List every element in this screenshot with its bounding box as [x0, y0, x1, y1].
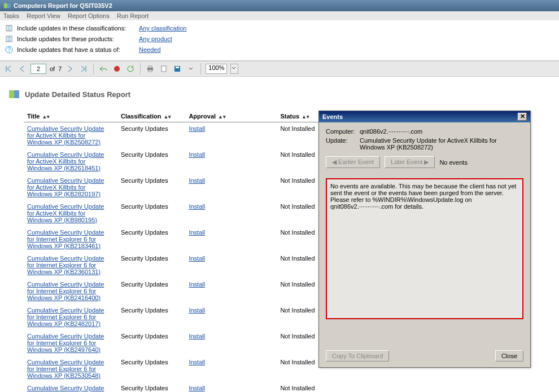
- update-title-link[interactable]: Cumulative Security Update for ActiveX K…: [27, 177, 112, 197]
- prev-page-button[interactable]: [17, 64, 27, 74]
- col-status[interactable]: Status▲▾: [277, 111, 323, 122]
- update-title-link[interactable]: Cumulative Security Update for ActiveX K…: [27, 125, 112, 146]
- next-page-button[interactable]: [65, 64, 75, 74]
- report-table: Title▲▾ Classification▲▾ Approval▲▾ Stat…: [24, 111, 323, 392]
- cell-status: Not Installed: [277, 356, 323, 382]
- svg-rect-13: [9, 90, 14, 98]
- filter-icon: [5, 34, 14, 43]
- menu-tasks[interactable]: Tasks: [3, 12, 19, 19]
- col-classification[interactable]: Classification▲▾: [117, 111, 185, 122]
- zoom-dropdown-button[interactable]: [230, 64, 238, 74]
- dialog-close-x[interactable]: ✕: [518, 113, 527, 121]
- approval-link[interactable]: Install: [189, 125, 273, 132]
- approval-link[interactable]: Install: [189, 281, 273, 288]
- save-dropdown-button[interactable]: [186, 64, 196, 74]
- update-title-link[interactable]: Cumulative Security Update for Internet …: [27, 359, 112, 379]
- cell-classification: Security Updates: [117, 330, 185, 356]
- report-nav-toolbar: of 7 100%: [0, 61, 559, 77]
- approval-link[interactable]: Install: [189, 177, 273, 184]
- filter-classifications-link[interactable]: Any classification: [139, 25, 186, 32]
- update-label: Update:: [326, 137, 360, 151]
- events-dialog: Events ✕ Computer:qnit086v2.············…: [318, 111, 531, 368]
- menu-run-report[interactable]: Run Report: [117, 12, 149, 19]
- update-title-link[interactable]: Cumulative Security Update for Internet …: [27, 385, 112, 392]
- cell-status: Not Installed: [277, 278, 323, 304]
- update-title-link[interactable]: Cumulative Security Update for ActiveX K…: [27, 151, 112, 171]
- zoom-value[interactable]: 100%: [206, 64, 227, 74]
- window-titlebar: Computers Report for QSIT035V2: [0, 0, 559, 11]
- of-label: of: [50, 65, 55, 72]
- filter-products-label: Include updates for these products:: [17, 36, 136, 42]
- dialog-title: Events: [322, 113, 343, 120]
- report-icon: [8, 88, 20, 100]
- approval-link[interactable]: Install: [189, 359, 273, 365]
- svg-point-6: [114, 66, 120, 72]
- approval-link[interactable]: Install: [189, 385, 273, 391]
- page-setup-button[interactable]: [159, 64, 169, 74]
- cell-status: Not Installed: [277, 200, 323, 226]
- update-title-link[interactable]: Cumulative Security Update for Internet …: [27, 307, 112, 327]
- filter-classifications-label: Include updates in these classifications…: [17, 25, 136, 32]
- last-page-button[interactable]: [78, 64, 89, 74]
- filter-status-label: Include updates that have a status of:: [17, 46, 136, 53]
- cell-classification: Security Updates: [117, 252, 185, 278]
- print-button[interactable]: [145, 64, 155, 74]
- svg-rect-10: [161, 66, 166, 72]
- stop-button[interactable]: [112, 64, 122, 74]
- events-message: No events are available. This may be bec…: [330, 183, 516, 210]
- update-value: Cumulative Security Update for ActiveX K…: [360, 137, 523, 151]
- table-row: Cumulative Security Update for Internet …: [24, 252, 323, 278]
- approval-link[interactable]: Install: [189, 307, 273, 314]
- sort-icon: ▲▾: [218, 114, 226, 120]
- sort-icon: ▲▾: [302, 114, 309, 120]
- menu-report-view[interactable]: Report View: [27, 12, 60, 19]
- no-events-label: No events: [439, 159, 468, 166]
- close-button[interactable]: Close: [495, 350, 523, 362]
- cell-classification: Security Updates: [117, 226, 185, 252]
- filters-panel: Include updates in these classifications…: [0, 20, 559, 61]
- save-button[interactable]: [172, 64, 182, 74]
- filter-status-link[interactable]: Needed: [139, 46, 161, 53]
- cell-status: Not Installed: [277, 122, 323, 149]
- menu-report-options[interactable]: Report Options: [68, 12, 110, 19]
- computer-label: Computer:: [326, 128, 360, 135]
- svg-rect-14: [14, 90, 19, 98]
- approval-link[interactable]: Install: [189, 203, 273, 210]
- svg-rect-1: [7, 3, 11, 8]
- svg-rect-12: [176, 67, 179, 68]
- earlier-event-button[interactable]: ◀ Earlier Event: [326, 156, 380, 168]
- copy-clipboard-button[interactable]: Copy To Clipboard: [326, 350, 389, 362]
- col-approval[interactable]: Approval▲▾: [185, 111, 277, 122]
- table-row: Cumulative Security Update for Internet …: [24, 356, 323, 382]
- window-title: Computers Report for QSIT035V2: [14, 2, 112, 9]
- total-pages: 7: [58, 65, 62, 72]
- filter-products-link[interactable]: Any product: [139, 36, 172, 42]
- cell-classification: Security Updates: [117, 278, 185, 304]
- cell-classification: Security Updates: [117, 122, 185, 149]
- cell-classification: Security Updates: [117, 356, 185, 382]
- back-button[interactable]: [98, 64, 108, 74]
- approval-link[interactable]: Install: [189, 151, 273, 158]
- cell-classification: Security Updates: [117, 382, 185, 392]
- later-event-button[interactable]: Later Event ▶: [385, 156, 435, 168]
- first-page-button[interactable]: [3, 64, 14, 74]
- cell-classification: Security Updates: [117, 148, 185, 174]
- page-number-input[interactable]: [30, 64, 46, 74]
- col-title[interactable]: Title▲▾: [24, 111, 117, 122]
- sort-icon: ▲▾: [163, 114, 171, 120]
- approval-link[interactable]: Install: [189, 229, 273, 236]
- update-title-link[interactable]: Cumulative Security Update for ActiveX K…: [27, 203, 112, 223]
- svg-rect-9: [149, 70, 152, 72]
- update-title-link[interactable]: Cumulative Security Update for Internet …: [27, 333, 112, 353]
- approval-link[interactable]: Install: [189, 333, 273, 340]
- update-title-link[interactable]: Cumulative Security Update for Internet …: [27, 229, 112, 249]
- approval-link[interactable]: Install: [189, 255, 273, 262]
- cell-status: Not Installed: [277, 252, 323, 278]
- update-title-link[interactable]: Cumulative Security Update for Internet …: [27, 281, 112, 301]
- table-row: Cumulative Security Update for ActiveX K…: [24, 122, 323, 149]
- update-title-link[interactable]: Cumulative Security Update for Internet …: [27, 255, 112, 275]
- report-heading-row: Update Detailed Status Report: [8, 88, 551, 100]
- refresh-button[interactable]: [125, 64, 136, 74]
- cell-status: Not Installed: [277, 304, 323, 330]
- cell-status: Not Installed: [277, 174, 323, 200]
